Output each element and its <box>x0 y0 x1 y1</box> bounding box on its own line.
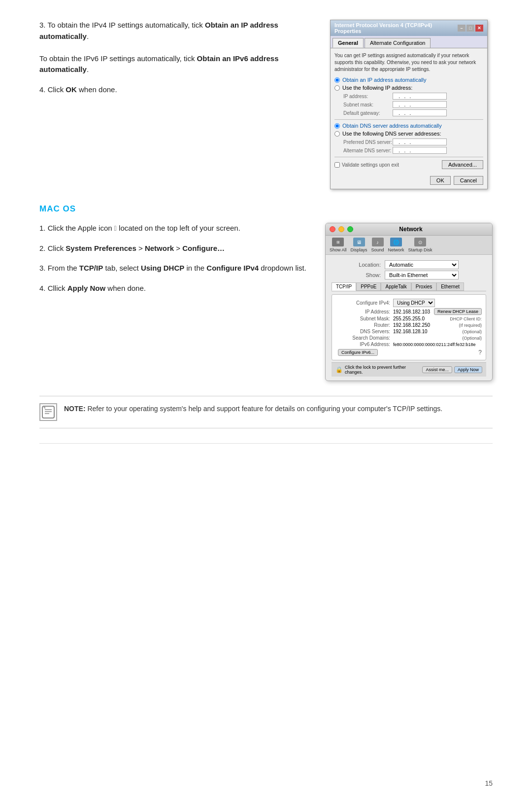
note-icon <box>39 403 57 421</box>
mac-tab-tcpip[interactable]: TCP/IP <box>332 282 356 291</box>
mac-ipv6-row: IPv6 Address: fe80:0000:0000:0000:0211:2… <box>336 342 482 347</box>
mac-toolbar-displays[interactable]: 🖥 Displays <box>351 238 367 252</box>
win-radio-manual-ip-row[interactable]: Use the following IP address: <box>334 85 483 91</box>
win-dialog-body: You can get IP settings assigned automat… <box>331 48 487 189</box>
win-radio-manual-dns[interactable] <box>334 131 340 137</box>
win-subnet-label: Subnet mask: <box>343 102 393 107</box>
win-radio-auto-ip-row[interactable]: Obtain an IP address automatically <box>334 77 483 83</box>
mac-dhcp-note-row: Router: 192.168.182.250 (If required) <box>336 322 482 328</box>
mac-toolbar-sound[interactable]: ♪ Sound <box>371 238 384 252</box>
win-radio-manual-ip[interactable] <box>334 85 340 91</box>
mac-assist-button[interactable]: Assist me... <box>422 366 452 373</box>
win-cancel-button[interactable]: Cancel <box>454 176 483 185</box>
win-subnet-input[interactable] <box>393 101 447 108</box>
mac-os-heading: MAC OS <box>39 204 493 214</box>
mac-startup-label: Startup Disk <box>408 247 432 252</box>
mac-apply-button[interactable]: Apply Now <box>454 366 482 373</box>
mac-maximize-button[interactable] <box>347 226 353 232</box>
mac-sound-label: Sound <box>371 247 384 252</box>
mac-show-label: Show: <box>332 272 381 278</box>
mac-body: Location: Automatic Show: Built-in Ether… <box>326 255 492 381</box>
win-preferred-dns-label: Preferred DNS server: <box>343 139 393 145</box>
win-close-button[interactable]: ✕ <box>475 25 483 32</box>
mac-ipv6-label: IPv6 Address: <box>336 342 390 347</box>
page-content: 3. To obtain the IPv4 IP settings automa… <box>39 20 493 444</box>
mac-toolbar-startup[interactable]: ⊙ Startup Disk <box>408 238 432 252</box>
win-info-text: You can get IP settings assigned automat… <box>334 52 483 73</box>
win-radio-manual-ip-label: Use the following IP address: <box>342 85 412 91</box>
mac-configure-ipv6-row: Configure IPv6... ? <box>336 349 482 356</box>
win-checkbox-validate[interactable] <box>334 162 340 168</box>
win-minimize-button[interactable]: – <box>458 25 466 32</box>
mac-search-label: Search Domains: <box>336 335 390 341</box>
step-1-mac-plain: Click the Apple icon <box>48 224 114 232</box>
mac-network-label: Network <box>388 247 404 252</box>
mac-dhcp-note: (If required) <box>459 323 482 328</box>
win-tab-general[interactable]: General <box>332 38 364 48</box>
win-radio-auto-dns[interactable] <box>334 123 340 129</box>
win-checkbox-validate-row[interactable]: Validate settings upon exit Advanced... <box>334 160 483 169</box>
mac-minimize-button[interactable] <box>338 226 344 232</box>
mac-dns-label: DNS Servers: <box>336 329 390 334</box>
step-3-windows: 3. To obtain the IPv4 IP settings automa… <box>39 20 315 75</box>
mac-ip-label: IP Address: <box>336 309 390 314</box>
win-maximize-button[interactable]: □ <box>466 25 474 32</box>
mac-configure-ipv6-button[interactable]: Configure IPv6... <box>338 349 378 356</box>
mac-dhcp-label: DHCP Client ID: <box>450 316 482 321</box>
step-3-sub-period: . <box>87 65 89 73</box>
win-preferred-dns-input[interactable] <box>393 139 447 145</box>
step-3-mac-bold1: TCP/IP <box>79 264 103 272</box>
mac-startup-icon: ⊙ <box>414 238 426 246</box>
win-checkbox-validate-label: Validate settings upon exit <box>342 162 399 168</box>
mac-toolbar-network[interactable]: 🌐 Network <box>388 238 404 252</box>
win-ok-button[interactable]: OK <box>430 176 451 185</box>
mac-tab-proxies[interactable]: Proxies <box>411 282 436 291</box>
win-gateway-label: Default gateway: <box>343 110 393 116</box>
win-alternate-dns-input[interactable] <box>393 147 447 154</box>
mac-close-button[interactable] <box>330 226 335 232</box>
mac-titlebar: Network <box>326 223 492 236</box>
mac-show-row: Show: Built-in Ethernet <box>332 271 486 279</box>
win-ip-label: IP address: <box>343 94 393 99</box>
win-radio-auto-dns-row[interactable]: Obtain DNS server address automatically <box>334 123 483 129</box>
step-3-mac-bold2: Using DHCP <box>141 264 184 272</box>
step-2-bold3: Configure… <box>182 244 225 252</box>
win-tabs: General Alternate Configuration <box>331 36 487 48</box>
windows-steps-col: 3. To obtain the IPv4 IP settings automa… <box>39 20 315 104</box>
win-ip-input[interactable] <box>393 93 447 100</box>
note-text: NOTE: Refer to your operating system's h… <box>64 403 442 414</box>
mac-show-select[interactable]: Built-in Ethernet <box>385 271 459 279</box>
win-radio-manual-dns-row[interactable]: Use the following DNS server addresses: <box>334 131 483 137</box>
win-tab-alternate[interactable]: Alternate Configuration <box>365 38 431 48</box>
step-2-arrow2: > <box>176 244 182 252</box>
win-dialog-titlebar: Internet Protocol Version 4 (TCP/IPv4) P… <box>331 20 487 36</box>
mac-location-select[interactable]: Automatic <box>385 260 459 269</box>
mac-title-text: Network <box>356 226 466 233</box>
windows-screenshot-col: Internet Protocol Version 4 (TCP/IPv4) P… <box>330 20 493 189</box>
step-4-mac-plain2: when done. <box>107 284 146 292</box>
step-2-mac: 2. Click System Preferences > Network > … <box>39 243 310 254</box>
mac-dns-value: 192.168.128.10 <box>393 329 460 334</box>
mac-renew-button[interactable]: Renew DHCP Lease <box>434 308 482 315</box>
step-2-arrow1: > <box>138 244 145 252</box>
win-gateway-input[interactable] <box>393 109 447 116</box>
mac-displays-icon: 🖥 <box>353 238 365 246</box>
win-field-preferred-dns-row: Preferred DNS server: <box>343 139 483 145</box>
win-radio-auto-dns-label: Obtain DNS server address automatically <box>342 123 442 129</box>
step-3-mac-bold3: Configure IPv4 <box>206 264 259 272</box>
win-radio-manual-dns-label: Use the following DNS server addresses: <box>342 131 441 137</box>
mac-tab-pppoe[interactable]: PPPoE <box>356 282 381 291</box>
mac-tab-ethernet[interactable]: Ethernet <box>436 282 464 291</box>
step-4-ok: OK <box>66 85 77 94</box>
mac-steps-col: 1. Click the Apple icon  located on the… <box>39 223 310 303</box>
step-3-mac: 3. From the TCP/IP tab, select Using DHC… <box>39 263 310 274</box>
win-alternate-dns-label: Alternate DNS server: <box>343 148 393 153</box>
mac-lock-text: Click the lock to prevent further change… <box>345 365 420 375</box>
win-radio-auto-ip[interactable] <box>334 77 340 83</box>
win-advanced-button[interactable]: Advanced... <box>442 160 483 169</box>
mac-configure-select[interactable]: Using DHCP <box>393 299 435 307</box>
apple-icon:  <box>114 224 117 232</box>
mac-toolbar-showall[interactable]: ⊞ Show All <box>330 238 347 252</box>
note-body: Refer to your operating system's help an… <box>87 405 442 413</box>
mac-tab-appletalk[interactable]: AppleTalk <box>381 282 411 291</box>
